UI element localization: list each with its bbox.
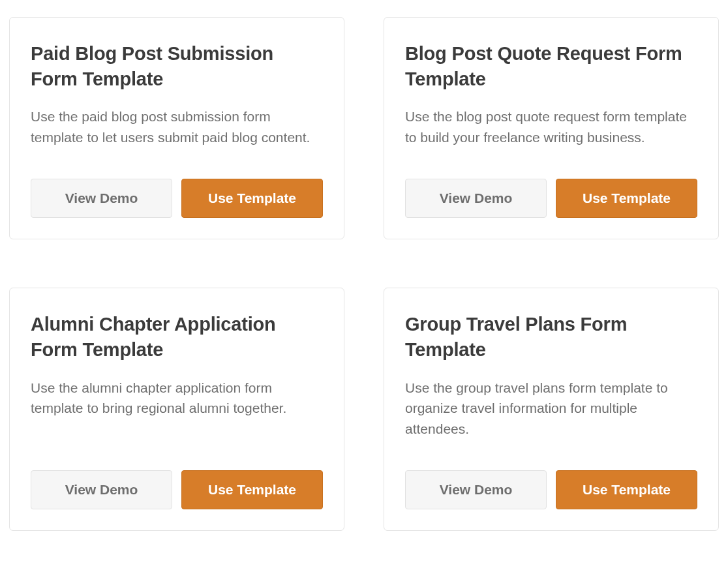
view-demo-button[interactable]: View Demo	[405, 179, 547, 218]
use-template-button[interactable]: Use Template	[556, 179, 697, 218]
template-card-actions: View Demo Use Template	[405, 179, 697, 218]
template-card-description: Use the blog post quote request form tem…	[405, 106, 697, 147]
template-card: Group Travel Plans Form Template Use the…	[384, 288, 719, 531]
template-card-description: Use the paid blog post submission form t…	[31, 106, 323, 147]
use-template-button[interactable]: Use Template	[556, 470, 697, 509]
template-card-description: Use the alumni chapter application form …	[31, 378, 323, 440]
use-template-button[interactable]: Use Template	[181, 470, 323, 509]
view-demo-button[interactable]: View Demo	[405, 470, 547, 509]
template-card-title: Blog Post Quote Request Form Template	[405, 41, 697, 92]
template-card-actions: View Demo Use Template	[31, 470, 323, 509]
use-template-button[interactable]: Use Template	[181, 179, 323, 218]
template-card: Alumni Chapter Application Form Template…	[9, 288, 344, 531]
view-demo-button[interactable]: View Demo	[31, 179, 172, 218]
template-card-grid: Paid Blog Post Submission Form Template …	[9, 17, 719, 531]
template-card-title: Alumni Chapter Application Form Template	[31, 312, 323, 363]
template-card: Paid Blog Post Submission Form Template …	[9, 17, 344, 239]
template-card-description: Use the group travel plans form template…	[405, 378, 697, 440]
view-demo-button[interactable]: View Demo	[31, 470, 172, 509]
template-card-title: Group Travel Plans Form Template	[405, 312, 697, 363]
template-card-actions: View Demo Use Template	[405, 470, 697, 509]
template-card: Blog Post Quote Request Form Template Us…	[384, 17, 719, 239]
template-card-title: Paid Blog Post Submission Form Template	[31, 41, 323, 92]
template-card-actions: View Demo Use Template	[31, 179, 323, 218]
